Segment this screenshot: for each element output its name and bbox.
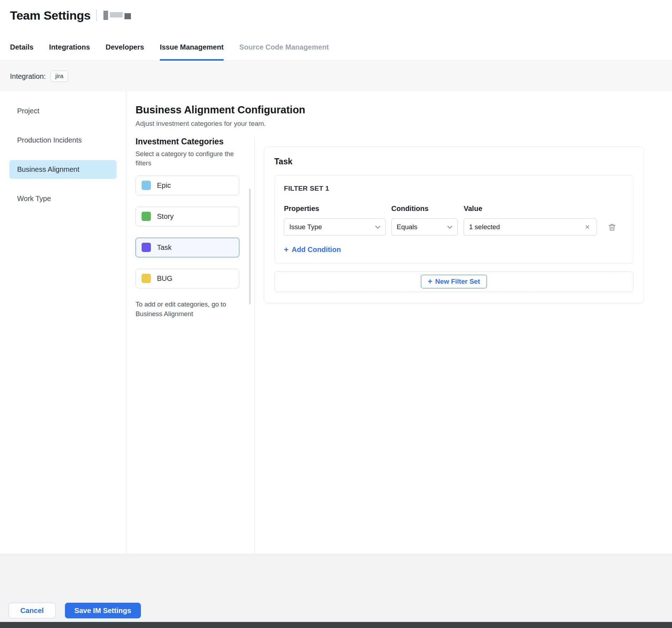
tab-source-code-management[interactable]: Source Code Management	[239, 43, 329, 61]
add-condition-label: Add Condition	[292, 246, 341, 254]
category-list-scrollbar[interactable]	[249, 189, 251, 304]
delete-condition-button[interactable]	[607, 222, 617, 232]
section-title: Business Alignment Configuration	[136, 104, 672, 116]
category-label: BUG	[157, 274, 172, 283]
redacted-team-name	[103, 11, 131, 20]
tab-bar: Details Integrations Developers Issue Ma…	[0, 31, 672, 61]
add-condition-button[interactable]: + Add Condition	[284, 246, 341, 254]
content-area: Project Production Incidents Business Al…	[0, 92, 672, 554]
redacted-text-block	[103, 11, 108, 20]
category-button-bug[interactable]: BUG	[136, 269, 239, 288]
sidebar-item-work-type[interactable]: Work Type	[9, 189, 117, 208]
filter-card-title: Task	[274, 157, 633, 166]
save-im-settings-button[interactable]: Save IM Settings	[65, 603, 141, 618]
filter-column-headers: Properties Conditions Value	[284, 205, 624, 213]
category-color-swatch	[142, 274, 151, 283]
redacted-text-block	[110, 12, 123, 17]
category-button-epic[interactable]: Epic	[136, 176, 239, 195]
bottom-dark-strip	[0, 622, 672, 628]
integration-chip: jira	[51, 71, 68, 82]
tab-integrations[interactable]: Integrations	[49, 43, 90, 61]
main-section: Business Alignment Configuration Adjust …	[126, 92, 672, 554]
footer-bar: Cancel Save IM Settings	[0, 554, 672, 622]
clear-value-icon[interactable]: ✕	[584, 223, 591, 232]
category-color-swatch	[142, 181, 151, 190]
integration-bar: Integration: jira	[0, 61, 672, 92]
settings-side-nav: Project Production Incidents Business Al…	[0, 92, 126, 554]
property-select-value: Issue Type	[289, 223, 322, 231]
page-title: Team Settings	[10, 9, 91, 22]
value-multiselect[interactable]: 1 selected ✕	[464, 218, 597, 236]
category-label: Story	[157, 212, 174, 221]
categories-heading: Investment Categories	[136, 137, 246, 146]
redacted-text-block	[124, 13, 131, 19]
chevron-down-icon	[375, 226, 380, 229]
plus-icon: +	[428, 278, 432, 285]
filter-set-1: FILTER SET 1 Properties Conditions Value…	[274, 175, 633, 263]
new-filter-set-label: New Filter Set	[435, 278, 480, 285]
column-header-properties: Properties	[284, 205, 391, 213]
category-color-swatch	[142, 212, 151, 221]
condition-select-value: Equals	[397, 223, 417, 231]
sidebar-item-project[interactable]: Project	[9, 102, 117, 120]
column-header-conditions: Conditions	[391, 205, 464, 213]
tab-issue-management[interactable]: Issue Management	[160, 43, 224, 61]
filter-set-title: FILTER SET 1	[284, 185, 624, 192]
category-label: Epic	[157, 181, 171, 190]
new-filter-set-button[interactable]: + New Filter Set	[421, 275, 487, 288]
investment-categories-column: Investment Categories Select a category …	[136, 137, 254, 554]
category-list: Epic Story Task BUG	[136, 176, 246, 288]
chevron-down-icon	[447, 226, 452, 229]
integration-label: Integration:	[10, 72, 46, 81]
category-button-story[interactable]: Story	[136, 207, 239, 226]
cancel-button[interactable]: Cancel	[9, 603, 56, 618]
category-color-swatch	[142, 243, 151, 252]
tab-developers[interactable]: Developers	[106, 43, 144, 61]
task-filter-card: Task FILTER SET 1 Properties Conditions …	[264, 146, 644, 303]
category-button-task[interactable]: Task	[136, 238, 239, 257]
value-selected-text: 1 selected	[469, 223, 500, 231]
column-header-value: Value	[464, 205, 597, 213]
property-select[interactable]: Issue Type	[284, 218, 386, 236]
section-subtitle: Adjust investment categories for your te…	[136, 120, 672, 128]
new-filter-set-area: + New Filter Set	[274, 271, 633, 292]
tab-details[interactable]: Details	[10, 43, 34, 61]
app-header: Team Settings	[0, 0, 672, 31]
title-separator	[96, 10, 97, 21]
footer-actions: Cancel Save IM Settings	[9, 603, 141, 618]
sidebar-item-production-incidents[interactable]: Production Incidents	[9, 131, 117, 150]
trash-icon	[607, 222, 617, 232]
filter-panel-column: Task FILTER SET 1 Properties Conditions …	[254, 137, 672, 554]
filter-condition-row: Issue Type Equals	[284, 218, 624, 236]
plus-icon: +	[284, 246, 289, 254]
categories-footnote: To add or edit categories, go to Busines…	[136, 300, 243, 319]
categories-description: Select a category to configure the filte…	[136, 149, 247, 168]
sidebar-item-business-alignment[interactable]: Business Alignment	[9, 160, 117, 179]
team-settings-page: Team Settings Details Integrations Devel…	[0, 0, 672, 628]
category-label: Task	[157, 243, 172, 252]
condition-select[interactable]: Equals	[391, 218, 458, 236]
